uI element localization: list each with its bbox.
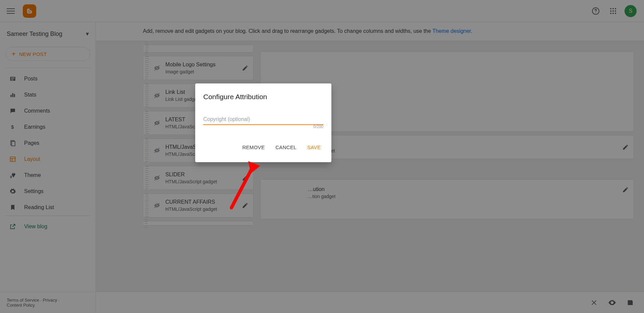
copyright-input[interactable]: [203, 114, 323, 125]
save-button[interactable]: SAVE: [306, 142, 322, 153]
configure-attribution-dialog: Configure Attribution 0/200 REMOVE CANCE…: [195, 83, 331, 162]
char-counter: 0/200: [313, 124, 323, 129]
cancel-button[interactable]: CANCEL: [274, 142, 298, 153]
remove-button[interactable]: REMOVE: [241, 142, 266, 153]
modal-title: Configure Attribution: [203, 93, 323, 101]
